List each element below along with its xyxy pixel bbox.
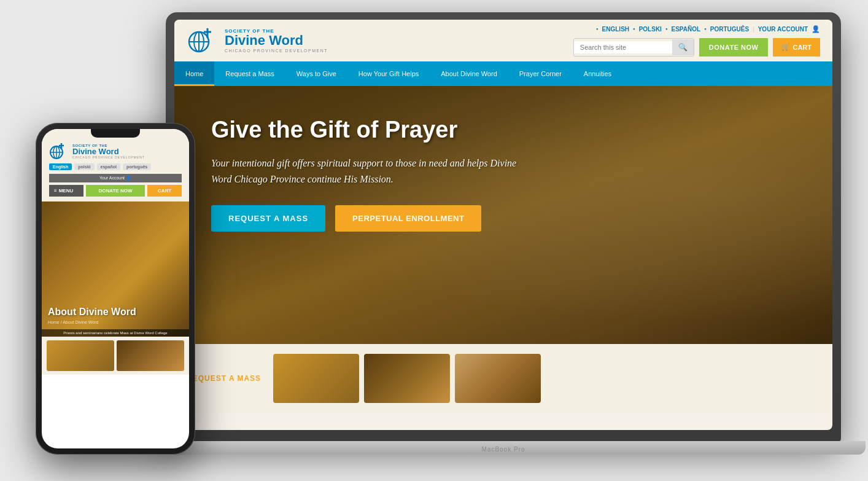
nav-ways-to-give[interactable]: Ways to Give	[285, 61, 347, 86]
hero-subtitle: Your intentional gift offers spiritual s…	[211, 155, 530, 187]
hero-content: Give the Gift of Prayer Your intentional…	[211, 117, 530, 232]
request-mass-label: REQUEST A MASS	[187, 374, 261, 383]
lang-english[interactable]: ENGLISH	[602, 26, 629, 33]
language-bar: ● ENGLISH ● POLSKI ● ESPAÑOL ● PORTUGUÊS…	[596, 25, 820, 33]
phone-thumbnail-2	[117, 340, 184, 371]
hamburger-icon: ≡	[54, 188, 57, 194]
hero-section: Give the Gift of Prayer Your intentional…	[174, 86, 832, 344]
lang-polski[interactable]: POLSKI	[639, 26, 662, 33]
laptop-body: SOCIETY OF THE Divine Word CHICAGO PROVI…	[166, 12, 841, 442]
account-icon: 👤	[812, 25, 820, 33]
phone-logo-sub: CHICAGO PROVINCE DEVELOPMENT	[72, 155, 145, 159]
site-logo: SOCIETY OF THE Divine Word CHICAGO PROVI…	[187, 25, 328, 57]
header-actions: 🔍 DONATE NOW 🛒 CART	[573, 38, 820, 57]
phone-thumbnails	[42, 337, 189, 375]
phone-action-bar: ≡ MENU DONATE NOW CART	[49, 185, 182, 197]
breadcrumb-current: About Divine Word	[63, 320, 98, 324]
hero-buttons: REQUEST A MASS PERPETUAL ENROLLMENT	[211, 205, 530, 232]
logo-divine-word-label: Divine Word	[225, 34, 328, 47]
perpetual-enrollment-button[interactable]: PERPETUAL ENROLLMENT	[335, 205, 481, 232]
lang-dot-4: ●	[704, 27, 707, 31]
phone-thumbnail-1	[47, 340, 114, 371]
lang-dot-3: ●	[665, 27, 668, 31]
phone-screen: SOCIETY OF THE Divine Word CHICAGO PROVI…	[42, 129, 189, 448]
phone-language-bar: English polski español português	[49, 163, 182, 170]
laptop-base	[141, 441, 866, 455]
bottom-strip: REQUEST A MASS	[174, 344, 832, 413]
nav-home[interactable]: Home	[174, 61, 214, 86]
search-button[interactable]: 🔍	[672, 39, 694, 55]
thumbnail-2	[364, 354, 450, 403]
lang-dot-1: ●	[596, 27, 599, 31]
donate-now-button[interactable]: DONATE NOW	[699, 38, 769, 57]
your-account-link[interactable]: YOUR ACCOUNT	[758, 26, 808, 33]
thumbnail-3	[455, 354, 541, 403]
scene: SOCIETY OF THE Divine Word CHICAGO PROVI…	[0, 0, 868, 481]
phone-logo: SOCIETY OF THE Divine Word CHICAGO PROVI…	[49, 141, 145, 161]
nav-prayer-corner[interactable]: Prayer Corner	[508, 61, 573, 86]
cart-button[interactable]: 🛒 CART	[773, 38, 820, 57]
phone-hero-caption: Priests and seminarians celebrate Mass a…	[42, 329, 189, 337]
nav-annuities[interactable]: Annuities	[573, 61, 622, 86]
phone-lang-portugues[interactable]: português	[123, 163, 151, 170]
photo-thumbnails	[273, 354, 541, 403]
lang-portugues[interactable]: PORTUGUÊS	[710, 26, 749, 33]
phone-breadcrumb: Home / About Divine Word	[48, 320, 183, 324]
laptop-screen: SOCIETY OF THE Divine Word CHICAGO PROVI…	[174, 20, 832, 430]
breadcrumb-home[interactable]: Home	[48, 320, 60, 324]
laptop-device: SOCIETY OF THE Divine Word CHICAGO PROVI…	[166, 12, 841, 467]
phone-lang-polski[interactable]: polski	[74, 163, 94, 170]
phone-account-bar[interactable]: Your Account 👤	[49, 174, 182, 182]
phone-donate-button[interactable]: DONATE NOW	[86, 185, 145, 197]
request-mass-button[interactable]: REQUEST A MASS	[211, 205, 325, 232]
site-header: SOCIETY OF THE Divine Word CHICAGO PROVI…	[174, 20, 832, 61]
phone-device: SOCIETY OF THE Divine Word CHICAGO PROVI…	[36, 123, 195, 455]
header-right: ● ENGLISH ● POLSKI ● ESPAÑOL ● PORTUGUÊS…	[573, 25, 820, 57]
search-bar: 🔍	[573, 38, 694, 57]
laptop-camera	[500, 12, 507, 17]
phone-lang-espanol[interactable]: español	[97, 163, 120, 170]
phone-account-icon: 👤	[126, 176, 131, 180]
lang-separator: |	[753, 26, 754, 33]
phone-account-label: Your Account	[99, 176, 125, 180]
phone-logo-text: SOCIETY OF THE Divine Word CHICAGO PROVI…	[72, 144, 145, 159]
phone-logo-icon	[49, 141, 69, 161]
phone-hero: About Divine Word Home / About Divine Wo…	[42, 201, 189, 337]
nav-how-gift-helps[interactable]: How Your Gift Helps	[347, 61, 430, 86]
lang-espanol[interactable]: ESPAÑOL	[672, 26, 701, 33]
logo-globe-cross-icon	[187, 25, 219, 57]
phone-header: SOCIETY OF THE Divine Word CHICAGO PROVI…	[42, 129, 189, 201]
phone-cart-button[interactable]: CART	[147, 185, 182, 197]
phone-menu-label: MENU	[59, 188, 74, 194]
phone-logo-divine: Divine Word	[72, 147, 145, 155]
laptop-screen-bezel: SOCIETY OF THE Divine Word CHICAGO PROVI…	[174, 20, 832, 430]
main-navigation: Home Request a Mass Ways to Give How You…	[174, 61, 832, 86]
phone-menu-button[interactable]: ≡ MENU	[49, 185, 83, 197]
logo-subtitle-label: CHICAGO PROVINCE DEVELOPMENT	[225, 49, 328, 53]
nav-about-divine-word[interactable]: About Divine Word	[430, 61, 508, 86]
phone-notch	[91, 129, 140, 138]
nav-request-mass[interactable]: Request a Mass	[214, 61, 285, 86]
phone-lang-english[interactable]: English	[49, 163, 72, 170]
thumbnail-1	[273, 354, 359, 403]
hero-title: Give the Gift of Prayer	[211, 117, 530, 143]
search-input[interactable]	[574, 41, 672, 53]
logo-text-block: SOCIETY OF THE Divine Word CHICAGO PROVI…	[225, 28, 328, 53]
cart-label: CART	[792, 44, 812, 51]
phone-hero-content: About Divine Word Home / About Divine Wo…	[48, 307, 183, 324]
phone-hero-title: About Divine Word	[48, 307, 183, 318]
cart-icon: 🛒	[781, 43, 790, 51]
lang-dot-2: ●	[633, 27, 635, 31]
